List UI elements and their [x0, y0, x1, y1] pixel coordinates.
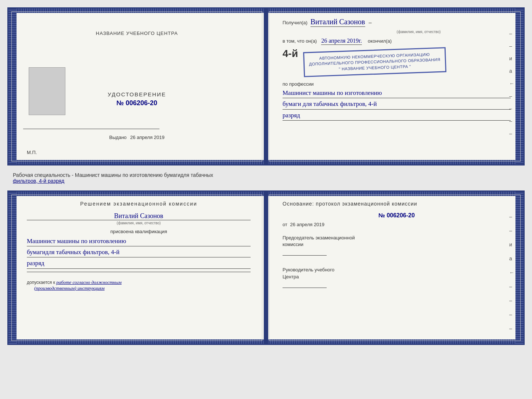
fio-handwritten: Виталий Сазонов: [310, 18, 365, 27]
top-certificate-book: НАЗВАНИЕ УЧЕБНОГО ЦЕНТРА УДОСТОВЕРЕНИЕ №…: [7, 7, 525, 165]
arrow-mark-b: ←: [509, 270, 514, 275]
vtom-label: в том, что он(а): [283, 38, 317, 44]
poluchil-label: Получил(а): [283, 20, 308, 25]
right-dashes: – – и а ← – – – –: [509, 31, 514, 136]
predsedatel-label: Председатель экзаменационной комиссии: [283, 235, 511, 256]
vydano-date: 26 апреля 2019: [130, 135, 165, 140]
bottom-fio-sub: (фамилия, имя, отчество): [27, 221, 251, 225]
dash-1: –: [509, 31, 514, 36]
rukovoditel-text1: Руководитель учебного: [283, 267, 334, 272]
profession-line3: разряд: [283, 110, 511, 121]
dopuskaetsya-label: допускается к: [27, 280, 55, 285]
dash-6: –: [509, 131, 514, 136]
separator-line: [27, 272, 251, 272]
osnovanie-title: Основание: протокол экзаменационной коми…: [283, 201, 511, 207]
bottom-left-page: Решением экзаменационной комиссии Витали…: [8, 192, 266, 344]
prisvoena-label: присвоена квалификация: [27, 229, 251, 234]
bottom-fio: Виталий Сазонов: [27, 212, 251, 220]
vtom-line: в том, что он(а) 26 апреля 2019г. окончи…: [283, 38, 511, 45]
rukovoditel-signature-line: [283, 288, 327, 288]
qual-line2: бумагидля табачных фильтров, 4-й: [27, 247, 251, 257]
page-wrapper: НАЗВАНИЕ УЧЕБНОГО ЦЕНТРА УДОСТОВЕРЕНИЕ №…: [7, 7, 525, 345]
predsedatel-text2: комиссии: [283, 242, 303, 247]
dash-b3: –: [509, 284, 514, 289]
org-name-label: НАЗВАНИЕ УЧЕБНОГО ЦЕНТРА: [23, 31, 251, 36]
dash-b5: –: [509, 311, 514, 317]
ot-date-line: от 26 апреля 2019: [283, 222, 511, 227]
a-mark-b: а: [509, 256, 514, 261]
vydano-label: Выдано: [109, 135, 126, 140]
cert-right-page: Получил(а) Виталий Сазонов – (фамилия, и…: [266, 8, 524, 164]
predsedatel-signature-line: [283, 255, 327, 256]
i-mark-b: и: [509, 242, 514, 247]
arrow-mark: ←: [509, 81, 514, 86]
resheniyem-title: Решением экзаменационной комиссии: [27, 201, 251, 207]
photo-placeholder: [29, 67, 65, 115]
dash-5: –: [509, 118, 514, 124]
protocol-number: № 006206-20: [283, 212, 511, 219]
predsedatel-text1: Председатель экзаменационной: [283, 235, 355, 241]
bottom-spine: [264, 192, 268, 344]
stamp-section: 4-й АВТОНОМНУЮ НЕКОММЕРЧЕСКУЮ ОРГАНИЗАЦИ…: [283, 47, 511, 78]
fio-sub: (фамилия, имя, отчество): [327, 30, 511, 34]
middle-text-section: Рабочая специальность - Машинист машины …: [7, 169, 525, 187]
po-professii-label: по профессии: [283, 81, 511, 87]
date-handwritten: 26 апреля 2019г.: [321, 38, 362, 45]
dopuskaetsya-value: работе согласно должностным: [56, 279, 122, 285]
stamp-box: АВТОНОМНУЮ НЕКОММЕРЧЕСКУЮ ОРГАНИЗАЦИЮ ДО…: [303, 47, 446, 77]
i-mark: и: [509, 56, 514, 61]
dash-3: –: [509, 93, 514, 99]
dopuskaetsya-value2: (производственным) инструкциям: [34, 285, 105, 291]
qual-line1: Машинист машины по изготовлению: [27, 236, 251, 246]
mp-label: М.П.: [27, 150, 37, 155]
dash-b4: –: [509, 298, 514, 303]
right-dashes-bottom: – – и а ← – – – –: [509, 214, 514, 331]
bottom-certificate-book: Решением экзаменационной комиссии Витали…: [7, 190, 525, 345]
dash-label: –: [369, 19, 372, 26]
poluchil-line: Получил(а) Виталий Сазонов –: [283, 18, 511, 27]
spine: [264, 8, 268, 164]
a-mark: а: [509, 68, 514, 74]
left-content: НАЗВАНИЕ УЧЕБНОГО ЦЕНТРА УДОСТОВЕРЕНИЕ №…: [23, 31, 251, 140]
qual-line3: разряд: [27, 258, 251, 268]
okonchil-label: окончил(а): [368, 38, 392, 44]
bottom-right-page: Основание: протокол экзаменационной коми…: [266, 192, 524, 344]
middle-text-normal: Рабочая специальность - Машинист машины …: [13, 172, 213, 178]
big-number: 4-й: [283, 49, 298, 59]
rukovoditel-label: Руководитель учебного Центра: [283, 267, 511, 288]
vydano-line: Выдано 26 апреля 2019: [23, 135, 251, 140]
dash-4: –: [509, 106, 514, 111]
dash-b1: –: [509, 214, 514, 220]
profession-line2: бумаги для табачных фильтров, 4-й: [283, 99, 511, 109]
middle-text-underlined: фильтров, 4-й разряд: [13, 178, 64, 184]
dopuskaetsya-line: допускается к работе согласно должностны…: [27, 279, 251, 291]
dash-2: –: [509, 43, 514, 49]
dash-b2: –: [509, 228, 514, 234]
profession-line1: Машинист машины по изготовлению: [283, 88, 511, 98]
ot-date-value: 26 апреля 2019: [290, 222, 325, 227]
dash-b6: –: [509, 325, 514, 331]
rukovoditel-text2: Центра: [283, 274, 299, 279]
ot-label: от: [283, 222, 287, 227]
cert-left-page: НАЗВАНИЕ УЧЕБНОГО ЦЕНТРА УДОСТОВЕРЕНИЕ №…: [8, 8, 266, 164]
